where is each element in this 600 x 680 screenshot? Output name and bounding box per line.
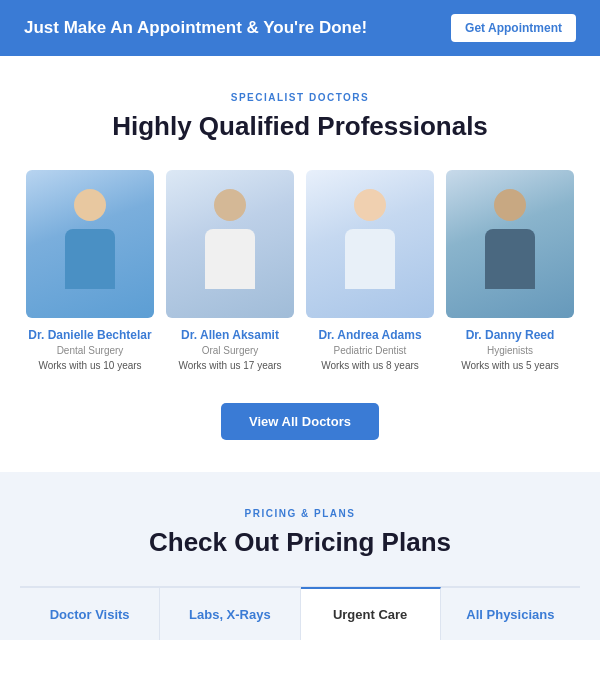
- pricing-section: PRICING & PLANS Check Out Pricing Plans …: [0, 472, 600, 640]
- doctor-name-1: Dr. Danielle Bechtelar: [26, 328, 154, 342]
- doctor-name-3: Dr. Andrea Adams: [306, 328, 434, 342]
- pricing-tab-labs-xrays[interactable]: Labs, X-Rays: [160, 587, 300, 640]
- doctor-photo-2: [166, 170, 294, 318]
- doctors-section: SPECIALIST DOCTORS Highly Qualified Prof…: [0, 56, 600, 472]
- doctor-experience-4: Works with us 5 years: [446, 360, 574, 371]
- doctors-section-heading: Highly Qualified Professionals: [20, 111, 580, 142]
- doctor-experience-1: Works with us 10 years: [26, 360, 154, 371]
- doctor-card-4: Dr. Danny Reed Hygienists Works with us …: [446, 170, 574, 371]
- doctor-experience-2: Works with us 17 years: [166, 360, 294, 371]
- doctor-name-4: Dr. Danny Reed: [446, 328, 574, 342]
- view-all-doctors-button[interactable]: View All Doctors: [221, 403, 379, 440]
- doctor-name-2: Dr. Allen Aksamit: [166, 328, 294, 342]
- doctor-photo-4: [446, 170, 574, 318]
- pricing-tab-doctor-visits[interactable]: Doctor Visits: [20, 587, 160, 640]
- header-title: Just Make An Appointment & You're Done!: [24, 18, 367, 38]
- pricing-section-tag: PRICING & PLANS: [20, 508, 580, 519]
- doctor-specialty-2: Oral Surgery: [166, 345, 294, 356]
- doctor-specialty-4: Hygienists: [446, 345, 574, 356]
- doctor-card-2: Dr. Allen Aksamit Oral Surgery Works wit…: [166, 170, 294, 371]
- doctor-card-3: Dr. Andrea Adams Pediatric Dentist Works…: [306, 170, 434, 371]
- pricing-tab-all-physicians[interactable]: All Physicians: [441, 587, 580, 640]
- doctor-specialty-3: Pediatric Dentist: [306, 345, 434, 356]
- pricing-tabs: Doctor Visits Labs, X-Rays Urgent Care A…: [20, 586, 580, 640]
- get-appointment-button[interactable]: Get Appointment: [451, 14, 576, 42]
- doctors-section-tag: SPECIALIST DOCTORS: [20, 92, 580, 103]
- doctor-card-1: Dr. Danielle Bechtelar Dental Surgery Wo…: [26, 170, 154, 371]
- doctor-photo-3: [306, 170, 434, 318]
- header-banner: Just Make An Appointment & You're Done! …: [0, 0, 600, 56]
- pricing-section-heading: Check Out Pricing Plans: [20, 527, 580, 558]
- pricing-tab-urgent-care[interactable]: Urgent Care: [301, 587, 441, 640]
- doctor-specialty-1: Dental Surgery: [26, 345, 154, 356]
- doctor-experience-3: Works with us 8 years: [306, 360, 434, 371]
- doctors-grid: Dr. Danielle Bechtelar Dental Surgery Wo…: [20, 170, 580, 371]
- doctor-photo-1: [26, 170, 154, 318]
